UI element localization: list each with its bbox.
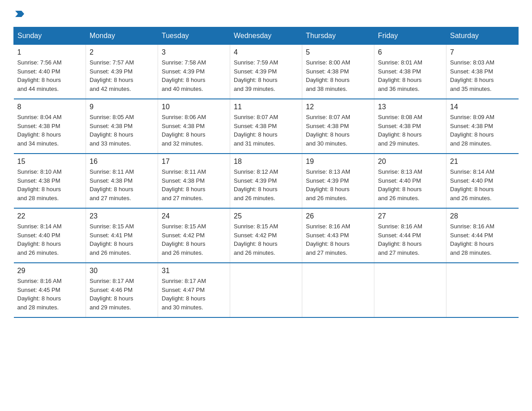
day-cell: 25 Sunrise: 8:15 AMSunset: 4:42 PMDaylig…: [230, 208, 302, 263]
day-cell: 21 Sunrise: 8:14 AMSunset: 4:40 PMDaylig…: [446, 154, 519, 208]
day-cell: 13 Sunrise: 8:08 AMSunset: 4:38 PMDaylig…: [374, 99, 446, 154]
day-number: 15: [17, 158, 82, 166]
day-info: Sunrise: 8:17 AMSunset: 4:47 PMDaylight:…: [162, 277, 226, 312]
day-info: Sunrise: 8:14 AMSunset: 4:40 PMDaylight:…: [450, 167, 515, 202]
day-cell: [374, 263, 446, 317]
day-info: Sunrise: 8:04 AMSunset: 4:38 PMDaylight:…: [17, 113, 82, 148]
day-info: Sunrise: 8:16 AMSunset: 4:44 PMDaylight:…: [450, 222, 515, 257]
logo-arrow-icon: [14, 9, 24, 19]
weekday-header-wednesday: Wednesday: [230, 27, 302, 45]
day-cell: 27 Sunrise: 8:16 AMSunset: 4:44 PMDaylig…: [374, 208, 446, 263]
day-info: Sunrise: 8:06 AMSunset: 4:38 PMDaylight:…: [162, 113, 226, 148]
day-cell: 23 Sunrise: 8:15 AMSunset: 4:41 PMDaylig…: [86, 208, 158, 263]
day-cell: 15 Sunrise: 8:10 AMSunset: 4:38 PMDaylig…: [14, 154, 86, 208]
day-cell: 1 Sunrise: 7:56 AMSunset: 4:40 PMDayligh…: [14, 45, 86, 99]
day-cell: 11 Sunrise: 8:07 AMSunset: 4:38 PMDaylig…: [230, 99, 302, 154]
day-cell: 17 Sunrise: 8:11 AMSunset: 4:38 PMDaylig…: [158, 154, 230, 208]
day-cell: 10 Sunrise: 8:06 AMSunset: 4:38 PMDaylig…: [158, 99, 230, 154]
day-info: Sunrise: 8:00 AMSunset: 4:38 PMDaylight:…: [306, 58, 370, 93]
day-info: Sunrise: 8:16 AMSunset: 4:43 PMDaylight:…: [306, 222, 370, 257]
week-row-5: 29 Sunrise: 8:16 AMSunset: 4:45 PMDaylig…: [14, 263, 519, 317]
day-info: Sunrise: 8:14 AMSunset: 4:40 PMDaylight:…: [17, 222, 82, 257]
day-number: 1: [17, 48, 82, 56]
day-info: Sunrise: 8:05 AMSunset: 4:38 PMDaylight:…: [90, 113, 154, 148]
day-info: Sunrise: 8:16 AMSunset: 4:44 PMDaylight:…: [378, 222, 442, 257]
calendar-table: SundayMondayTuesdayWednesdayThursdayFrid…: [13, 27, 519, 318]
weekday-header-monday: Monday: [86, 27, 158, 45]
day-number: 12: [306, 103, 370, 111]
day-info: Sunrise: 8:15 AMSunset: 4:41 PMDaylight:…: [90, 222, 154, 257]
day-number: 19: [306, 158, 370, 166]
day-info: Sunrise: 7:59 AMSunset: 4:39 PMDaylight:…: [234, 58, 298, 93]
day-number: 16: [90, 158, 154, 166]
day-info: Sunrise: 8:15 AMSunset: 4:42 PMDaylight:…: [162, 222, 226, 257]
day-number: 6: [378, 48, 442, 56]
week-row-2: 8 Sunrise: 8:04 AMSunset: 4:38 PMDayligh…: [14, 99, 519, 154]
day-info: Sunrise: 8:07 AMSunset: 4:38 PMDaylight:…: [234, 113, 298, 148]
day-info: Sunrise: 8:01 AMSunset: 4:38 PMDaylight:…: [378, 58, 442, 93]
day-number: 24: [162, 212, 226, 220]
day-number: 20: [378, 158, 442, 166]
weekday-header-tuesday: Tuesday: [158, 27, 230, 45]
day-number: 13: [378, 103, 442, 111]
day-number: 2: [90, 48, 154, 56]
day-info: Sunrise: 8:03 AMSunset: 4:38 PMDaylight:…: [450, 58, 515, 93]
day-cell: 5 Sunrise: 8:00 AMSunset: 4:38 PMDayligh…: [302, 45, 374, 99]
day-cell: 29 Sunrise: 8:16 AMSunset: 4:45 PMDaylig…: [14, 263, 86, 317]
day-number: 25: [234, 212, 298, 220]
day-cell: 16 Sunrise: 8:11 AMSunset: 4:38 PMDaylig…: [86, 154, 158, 208]
day-cell: 12 Sunrise: 8:07 AMSunset: 4:38 PMDaylig…: [302, 99, 374, 154]
day-cell: 20 Sunrise: 8:13 AMSunset: 4:40 PMDaylig…: [374, 154, 446, 208]
weekday-header-row: SundayMondayTuesdayWednesdayThursdayFrid…: [14, 27, 519, 45]
day-cell: 19 Sunrise: 8:13 AMSunset: 4:39 PMDaylig…: [302, 154, 374, 208]
week-row-4: 22 Sunrise: 8:14 AMSunset: 4:40 PMDaylig…: [14, 208, 519, 263]
day-info: Sunrise: 8:15 AMSunset: 4:42 PMDaylight:…: [234, 222, 298, 257]
day-cell: 14 Sunrise: 8:09 AMSunset: 4:38 PMDaylig…: [446, 99, 519, 154]
week-row-1: 1 Sunrise: 7:56 AMSunset: 4:40 PMDayligh…: [14, 45, 519, 99]
day-number: 29: [17, 267, 82, 275]
day-info: Sunrise: 7:56 AMSunset: 4:40 PMDaylight:…: [17, 58, 82, 93]
day-info: Sunrise: 8:08 AMSunset: 4:38 PMDaylight:…: [378, 113, 442, 148]
day-cell: 24 Sunrise: 8:15 AMSunset: 4:42 PMDaylig…: [158, 208, 230, 263]
day-number: 5: [306, 48, 370, 56]
day-cell: 22 Sunrise: 8:14 AMSunset: 4:40 PMDaylig…: [14, 208, 86, 263]
day-info: Sunrise: 8:10 AMSunset: 4:38 PMDaylight:…: [17, 167, 82, 202]
page-header: [13, 9, 519, 19]
day-info: Sunrise: 8:11 AMSunset: 4:38 PMDaylight:…: [162, 167, 226, 202]
day-number: 30: [90, 267, 154, 275]
weekday-header-saturday: Saturday: [446, 27, 519, 45]
day-info: Sunrise: 8:16 AMSunset: 4:45 PMDaylight:…: [17, 277, 82, 312]
day-cell: 28 Sunrise: 8:16 AMSunset: 4:44 PMDaylig…: [446, 208, 519, 263]
day-info: Sunrise: 8:07 AMSunset: 4:38 PMDaylight:…: [306, 113, 370, 148]
day-cell: 30 Sunrise: 8:17 AMSunset: 4:46 PMDaylig…: [86, 263, 158, 317]
day-number: 21: [450, 158, 515, 166]
day-number: 23: [90, 212, 154, 220]
day-info: Sunrise: 8:17 AMSunset: 4:46 PMDaylight:…: [90, 277, 154, 312]
day-cell: 3 Sunrise: 7:58 AMSunset: 4:39 PMDayligh…: [158, 45, 230, 99]
weekday-header-friday: Friday: [374, 27, 446, 45]
day-info: Sunrise: 8:13 AMSunset: 4:39 PMDaylight:…: [306, 167, 370, 202]
day-info: Sunrise: 7:57 AMSunset: 4:39 PMDaylight:…: [90, 58, 154, 93]
day-number: 10: [162, 103, 226, 111]
day-cell: 8 Sunrise: 8:04 AMSunset: 4:38 PMDayligh…: [14, 99, 86, 154]
day-info: Sunrise: 8:12 AMSunset: 4:39 PMDaylight:…: [234, 167, 298, 202]
day-number: 7: [450, 48, 515, 56]
day-number: 28: [450, 212, 515, 220]
day-number: 11: [234, 103, 298, 111]
day-info: Sunrise: 7:58 AMSunset: 4:39 PMDaylight:…: [162, 58, 226, 93]
weekday-header-thursday: Thursday: [302, 27, 374, 45]
day-cell: 2 Sunrise: 7:57 AMSunset: 4:39 PMDayligh…: [86, 45, 158, 99]
day-info: Sunrise: 8:09 AMSunset: 4:38 PMDaylight:…: [450, 113, 515, 148]
day-cell: 31 Sunrise: 8:17 AMSunset: 4:47 PMDaylig…: [158, 263, 230, 317]
day-number: 9: [90, 103, 154, 111]
day-number: 18: [234, 158, 298, 166]
day-cell: 4 Sunrise: 7:59 AMSunset: 4:39 PMDayligh…: [230, 45, 302, 99]
day-number: 22: [17, 212, 82, 220]
day-number: 27: [378, 212, 442, 220]
day-number: 8: [17, 103, 82, 111]
day-cell: 9 Sunrise: 8:05 AMSunset: 4:38 PMDayligh…: [86, 99, 158, 154]
day-number: 3: [162, 48, 226, 56]
day-cell: 7 Sunrise: 8:03 AMSunset: 4:38 PMDayligh…: [446, 45, 519, 99]
svg-marker-0: [15, 11, 24, 17]
week-row-3: 15 Sunrise: 8:10 AMSunset: 4:38 PMDaylig…: [14, 154, 519, 208]
